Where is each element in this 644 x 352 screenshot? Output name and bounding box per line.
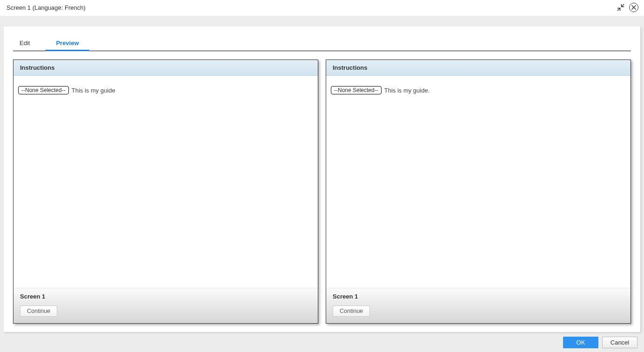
guide-text: This is my guide: [72, 87, 115, 94]
preview-card-left: Instructions --None Selected-- This is m…: [13, 60, 318, 324]
card-body: --None Selected-- This is my guide: [13, 76, 318, 288]
continue-button[interactable]: Continue: [333, 306, 370, 317]
dialog-body: Edit Preview Instructions --None Selecte…: [0, 16, 644, 352]
dialog-window: Screen 1 (Language: French): [0, 0, 644, 352]
continue-button[interactable]: Continue: [20, 306, 57, 317]
card-body: --None Selected-- This is my guide.: [326, 76, 631, 288]
card-header: Instructions: [13, 60, 318, 76]
dialog-button-row: OK Cancel: [4, 332, 640, 348]
card-footer: Screen 1 Continue: [13, 288, 318, 323]
selection-pill[interactable]: --None Selected--: [331, 86, 382, 94]
close-icon[interactable]: [629, 3, 638, 12]
tab-bar: Edit Preview: [13, 37, 631, 51]
tab-preview[interactable]: Preview: [46, 37, 89, 51]
cancel-button[interactable]: Cancel: [602, 337, 637, 348]
collapse-icon[interactable]: [616, 3, 625, 12]
preview-card-right: Instructions --None Selected-- This is m…: [326, 60, 631, 324]
guide-row: --None Selected-- This is my guide.: [331, 86, 626, 94]
screen-label: Screen 1: [333, 293, 624, 300]
screen-label: Screen 1: [20, 293, 311, 300]
tab-edit[interactable]: Edit: [13, 37, 46, 51]
card-footer: Screen 1 Continue: [326, 288, 631, 323]
card-header: Instructions: [326, 60, 631, 76]
titlebar-actions: [616, 3, 638, 12]
selection-pill[interactable]: --None Selected--: [18, 86, 69, 94]
ok-button[interactable]: OK: [563, 337, 598, 348]
dialog-title: Screen 1 (Language: French): [7, 4, 86, 11]
guide-text: This is my guide.: [384, 87, 430, 94]
preview-row: Instructions --None Selected-- This is m…: [13, 60, 631, 324]
guide-row: --None Selected-- This is my guide: [18, 86, 313, 94]
content-panel: Edit Preview Instructions --None Selecte…: [4, 27, 640, 332]
titlebar: Screen 1 (Language: French): [0, 0, 644, 16]
